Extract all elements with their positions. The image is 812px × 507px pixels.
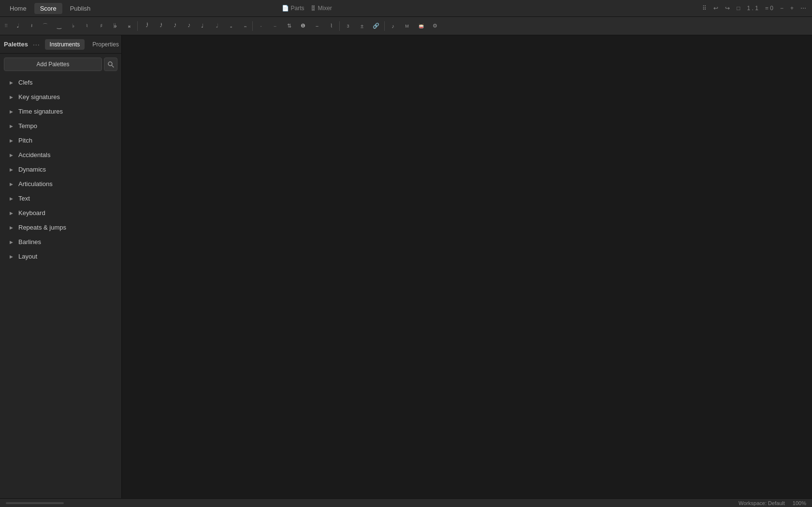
score-area[interactable] bbox=[122, 35, 812, 498]
flip-button[interactable]: ⇅ bbox=[282, 19, 296, 33]
duration-quarter[interactable]: ♩ bbox=[195, 19, 209, 33]
chevron-right-icon: ▶ bbox=[8, 79, 14, 86]
palette-item-accidentals[interactable]: ▶ Accidentals bbox=[2, 148, 119, 162]
palette-articulations-label: Articulations bbox=[18, 180, 53, 188]
chevron-right-icon: ▶ bbox=[8, 108, 14, 115]
add-palettes-button[interactable]: Add Palettes bbox=[4, 58, 102, 71]
drum-button[interactable]: 🥁 bbox=[414, 19, 428, 33]
double-flat-button[interactable]: 𝄫 bbox=[108, 19, 122, 33]
rest-button[interactable]: 𝄽 bbox=[24, 19, 38, 33]
palette-text-label: Text bbox=[18, 195, 30, 202]
window-button[interactable]: □ bbox=[735, 4, 742, 13]
duration-double-whole[interactable]: 𝅜 bbox=[237, 19, 251, 33]
scroll-indicator[interactable] bbox=[6, 502, 64, 504]
palette-keyboard-label: Keyboard bbox=[18, 209, 45, 217]
chevron-right-icon: ▶ bbox=[8, 195, 14, 202]
zoom-in-button[interactable]: + bbox=[788, 4, 796, 13]
palette-dynamics-label: Dynamics bbox=[18, 166, 46, 173]
palette-time-signatures-label: Time signatures bbox=[18, 108, 63, 115]
palette-clefs-label: Clefs bbox=[18, 79, 33, 86]
chevron-right-icon: ▶ bbox=[8, 239, 14, 246]
palette-item-key-signatures[interactable]: ▶ Key signatures bbox=[2, 90, 119, 104]
palette-item-time-signatures[interactable]: ▶ Time signatures bbox=[2, 104, 119, 118]
position-display: 1 . 1 bbox=[745, 4, 760, 13]
zoom-reset-button[interactable]: = 0 bbox=[763, 4, 775, 13]
duration-eighth[interactable]: 𝅘𝅥𝅯 bbox=[181, 19, 195, 33]
palette-item-dynamics[interactable]: ▶ Dynamics bbox=[2, 162, 119, 176]
voice-button[interactable]: ❶ bbox=[296, 19, 310, 33]
palette-item-layout[interactable]: ▶ Layout bbox=[2, 249, 119, 263]
main-content: Palettes ··· Instruments Properties Add … bbox=[0, 35, 812, 498]
beam-button[interactable]: ⌇ bbox=[324, 19, 338, 33]
palette-item-barlines[interactable]: ▶ Barlines bbox=[2, 235, 119, 249]
settings-gear-btn[interactable]: ⚙ bbox=[428, 19, 442, 33]
chevron-right-icon: ▶ bbox=[8, 137, 14, 144]
sidebar-header: Palettes ··· Instruments Properties bbox=[0, 35, 121, 54]
add-palettes-row: Add Palettes bbox=[0, 54, 121, 75]
note-input-button[interactable]: 𝅘𝅥 bbox=[10, 19, 24, 33]
duration-64th[interactable]: 𝅘𝅥𝅲 bbox=[139, 19, 153, 33]
toolbar-drag-handle[interactable]: ⠿ bbox=[2, 19, 10, 33]
tab-instruments[interactable]: Instruments bbox=[45, 39, 85, 50]
duration-16th[interactable]: 𝅘𝅥𝅰 bbox=[167, 19, 181, 33]
grid-icon[interactable]: ⠿ bbox=[700, 4, 709, 13]
palette-item-articulations[interactable]: ▶ Articulations bbox=[2, 177, 119, 191]
natural-button[interactable]: ♮ bbox=[80, 19, 94, 33]
chevron-right-icon: ▶ bbox=[8, 152, 14, 159]
link-button[interactable]: 🔗 bbox=[369, 19, 383, 33]
nav-item-home[interactable]: Home bbox=[4, 3, 32, 14]
nav-item-publish[interactable]: Publish bbox=[64, 3, 97, 14]
note-icon-btn[interactable]: ♪ bbox=[386, 19, 400, 33]
double-sharp-button[interactable]: 𝄪 bbox=[122, 19, 136, 33]
palette-item-keyboard[interactable]: ▶ Keyboard bbox=[2, 206, 119, 220]
flat-button[interactable]: ♭ bbox=[66, 19, 80, 33]
palette-item-pitch[interactable]: ▶ Pitch bbox=[2, 133, 119, 147]
parts-button[interactable]: 📄 Parts bbox=[282, 5, 304, 12]
toolbar-sep-2 bbox=[252, 21, 253, 31]
palettes-menu-button[interactable]: ··· bbox=[31, 40, 42, 49]
duration-32nd[interactable]: 𝅘𝅥𝅱 bbox=[153, 19, 167, 33]
palette-pitch-label: Pitch bbox=[18, 137, 32, 144]
palette-item-clefs[interactable]: ▶ Clefs bbox=[2, 75, 119, 89]
tab-properties[interactable]: Properties bbox=[87, 39, 124, 50]
top-nav-bar: Home Score Publish 📄 Parts 🎛 Mixer ⠿ ↩ ↪… bbox=[0, 0, 812, 17]
nav-item-score[interactable]: Score bbox=[34, 3, 62, 14]
toolbar: ⠿ 𝅘𝅥 𝄽 ⌒ ‿ ♭ ♮ ♯ 𝄫 𝄪 𝅘𝅥𝅲 𝅘𝅥𝅱 𝅘𝅥𝅰 𝅘𝅥𝅯 ♩ 𝅗… bbox=[0, 17, 812, 35]
tuplet-button[interactable]: 3 bbox=[341, 19, 355, 33]
nav-right: ⠿ ↩ ↪ □ 1 . 1 = 0 − + ⋯ bbox=[700, 4, 808, 13]
palette-tempo-label: Tempo bbox=[18, 122, 37, 130]
tie-button[interactable]: ⌒ bbox=[38, 19, 52, 33]
svg-point-0 bbox=[108, 62, 112, 66]
chevron-right-icon: ▶ bbox=[8, 181, 14, 188]
dot-button[interactable]: · bbox=[254, 19, 268, 33]
palette-barlines-label: Barlines bbox=[18, 238, 41, 246]
search-palettes-button[interactable] bbox=[104, 58, 117, 71]
parts-label: Parts bbox=[291, 5, 304, 12]
toolbar-sep-1 bbox=[137, 21, 138, 31]
mixer-button[interactable]: 🎛 Mixer bbox=[310, 5, 332, 12]
palette-accidentals-label: Accidentals bbox=[18, 151, 50, 159]
redo-button[interactable]: ↪ bbox=[723, 4, 732, 13]
search-icon bbox=[107, 61, 114, 68]
m-button[interactable]: M bbox=[400, 19, 414, 33]
chevron-right-icon: ▶ bbox=[8, 224, 14, 231]
duration-whole[interactable]: 𝅝 bbox=[223, 19, 237, 33]
palettes-label: Palettes bbox=[4, 41, 28, 48]
palette-list: ▶ Clefs ▶ Key signatures ▶ Time signatur… bbox=[0, 75, 121, 498]
more-button[interactable]: ⋯ bbox=[798, 4, 808, 13]
slur-button[interactable]: ‿ bbox=[52, 19, 66, 33]
minus-button[interactable]: − bbox=[310, 19, 324, 33]
chevron-right-icon: ▶ bbox=[8, 166, 14, 173]
zoom-out-button[interactable]: − bbox=[778, 4, 785, 13]
undo-button[interactable]: ↩ bbox=[711, 4, 720, 13]
sharp-button[interactable]: ♯ bbox=[94, 19, 108, 33]
double-dot-button[interactable]: ·· bbox=[268, 19, 282, 33]
add-remove-button[interactable]: ± bbox=[355, 19, 369, 33]
palette-item-tempo[interactable]: ▶ Tempo bbox=[2, 119, 119, 133]
palette-item-text[interactable]: ▶ Text bbox=[2, 191, 119, 205]
duration-half[interactable]: 𝅗𝅥 bbox=[209, 19, 223, 33]
sidebar: Palettes ··· Instruments Properties Add … bbox=[0, 35, 122, 498]
chevron-right-icon: ▶ bbox=[8, 253, 14, 260]
palette-key-signatures-label: Key signatures bbox=[18, 93, 60, 101]
palette-item-repeats-jumps[interactable]: ▶ Repeats & jumps bbox=[2, 220, 119, 234]
